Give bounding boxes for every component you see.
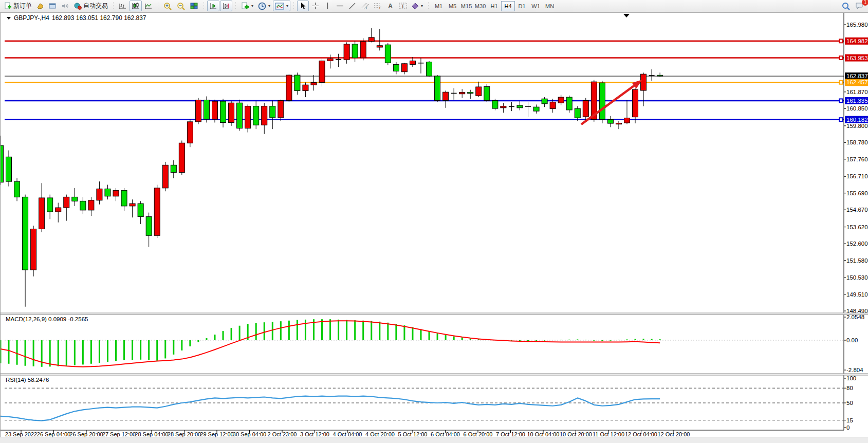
price-tick-label: 151.580 <box>846 257 868 264</box>
candlestick-mode-button[interactable] <box>130 1 142 11</box>
sound-button[interactable] <box>59 1 71 11</box>
candle-bull <box>39 198 45 229</box>
text-icon: A <box>388 3 393 10</box>
data-window-button[interactable] <box>47 1 59 11</box>
candle-bear <box>393 64 399 71</box>
candle-bull <box>558 97 564 103</box>
candle-bear <box>657 75 663 76</box>
candle-bull <box>187 122 193 143</box>
price-tick-label: 161.870 <box>846 89 868 95</box>
zoom-in-button[interactable] <box>161 1 174 11</box>
chart-window[interactable]: 165.980161.870160.850159.800158.780157.7… <box>0 12 868 437</box>
svg-text:F: F <box>379 6 381 10</box>
trendline-icon <box>348 2 356 10</box>
fibonacci-icon: F <box>374 2 382 10</box>
candle-bull <box>56 208 61 212</box>
data-window-icon <box>49 3 57 9</box>
price-badge-label: 161.335 <box>846 98 868 104</box>
timeframe-button-m15[interactable]: M15 <box>459 1 473 11</box>
periods-button[interactable]: ▾ <box>256 1 272 11</box>
equidistant-channel-tool-button[interactable]: E <box>359 1 371 11</box>
chart-shift-button[interactable] <box>220 1 232 11</box>
templates-button[interactable]: ▾ <box>273 1 290 11</box>
candle-bull <box>262 106 267 125</box>
crosshair-tool-button[interactable] <box>309 1 321 11</box>
candle-bull <box>64 197 69 208</box>
timeframe-button-h4[interactable]: H4 <box>501 1 515 11</box>
time-tick-label: 11 Oct 12:00 <box>593 431 624 437</box>
candle-bull <box>476 87 482 96</box>
trendline-tool-button[interactable] <box>346 1 358 11</box>
new-order-button[interactable]: 新订单 <box>2 1 34 11</box>
dropdown-arrow-icon: ▾ <box>286 4 288 8</box>
timeframe-button-m30[interactable]: M30 <box>473 1 487 11</box>
toolbar-grip <box>292 2 295 10</box>
candle-bull <box>327 59 333 61</box>
price-tick-label: 160.850 <box>846 105 868 112</box>
candle-bear <box>484 86 490 100</box>
line-end-marker <box>839 99 843 102</box>
candle-bear <box>105 189 110 196</box>
fibonacci-tool-button[interactable]: F <box>372 1 384 11</box>
svg-text:T: T <box>401 4 404 9</box>
timeframe-button-w1[interactable]: W1 <box>529 1 543 11</box>
candle-bull <box>154 188 160 235</box>
candle-bear <box>427 62 432 76</box>
shapes-tool-button[interactable]: ▾ <box>410 1 425 11</box>
candle-bull <box>401 64 407 72</box>
candle-doji <box>525 106 531 107</box>
vertical-line-tool-button[interactable] <box>322 1 334 11</box>
line-chart-mode-button[interactable] <box>142 1 155 11</box>
zoom-out-button[interactable] <box>175 1 188 11</box>
line-chart-icon <box>144 2 153 10</box>
toolbar-grip <box>234 2 237 10</box>
timeframe-button-d1[interactable]: D1 <box>515 1 529 11</box>
vertical-line-icon <box>325 2 330 10</box>
market-watch-icon <box>36 3 44 9</box>
bar-chart-mode-button[interactable] <box>117 1 129 11</box>
notifications-button[interactable]: 1 <box>853 1 866 11</box>
candle-doji <box>509 106 514 107</box>
new-chart-button[interactable]: ▾ <box>239 1 255 11</box>
timeframe-button-h1[interactable]: H1 <box>487 1 501 11</box>
line-end-marker <box>839 56 843 60</box>
horizontal-line-tool-button[interactable] <box>334 1 346 11</box>
chart-title-symbol: GBPJPY-,H4 <box>14 14 49 22</box>
time-tick-label: 26 Sep 20:00 <box>69 431 103 437</box>
auto-trading-icon <box>73 3 82 10</box>
text-tool-button[interactable]: A <box>384 1 396 11</box>
cursor-tool-button[interactable] <box>297 1 309 11</box>
timeframe-group: M1M5M15M30H1H4D1W1MN <box>432 1 557 11</box>
time-tick-label: 27 Sep 12:00 <box>102 431 136 437</box>
chart-canvas[interactable]: 165.980161.870160.850159.800158.780157.7… <box>1 13 868 437</box>
market-watch-button[interactable] <box>34 1 46 11</box>
candle-bull <box>245 106 251 128</box>
text-label-tool-button[interactable]: T <box>397 1 409 11</box>
candle-bull <box>212 101 218 119</box>
candle-bear <box>204 100 209 120</box>
rsi-scale-label: 50 <box>846 400 853 406</box>
candle-bear <box>575 108 580 118</box>
candle-bear <box>599 83 605 119</box>
candle-doji <box>451 93 457 94</box>
candle-doji <box>336 59 341 60</box>
window-bottom-strip <box>0 437 868 443</box>
template-icon <box>275 3 284 10</box>
channel-icon: E <box>361 2 369 10</box>
candle-bear <box>23 197 28 270</box>
candle-bull <box>360 42 366 58</box>
candle-bull <box>633 89 638 117</box>
auto-trading-button[interactable]: 自动交易 <box>71 1 110 11</box>
timeframe-button-m1[interactable]: M1 <box>432 1 446 11</box>
timeframe-button-m5[interactable]: M5 <box>446 1 459 11</box>
price-tick-label: 153.620 <box>846 224 868 230</box>
timeframe-button-mn[interactable]: MN <box>543 1 557 11</box>
search-button[interactable] <box>840 1 853 11</box>
candle-bull <box>443 92 449 100</box>
tile-windows-button[interactable] <box>188 1 200 11</box>
candle-bear <box>607 119 613 123</box>
candle-bear <box>237 103 243 128</box>
chart-title-quote: 162.893 163.051 162.790 162.837 <box>52 14 146 22</box>
auto-scroll-button[interactable] <box>207 1 219 11</box>
candle-bear <box>533 107 539 111</box>
